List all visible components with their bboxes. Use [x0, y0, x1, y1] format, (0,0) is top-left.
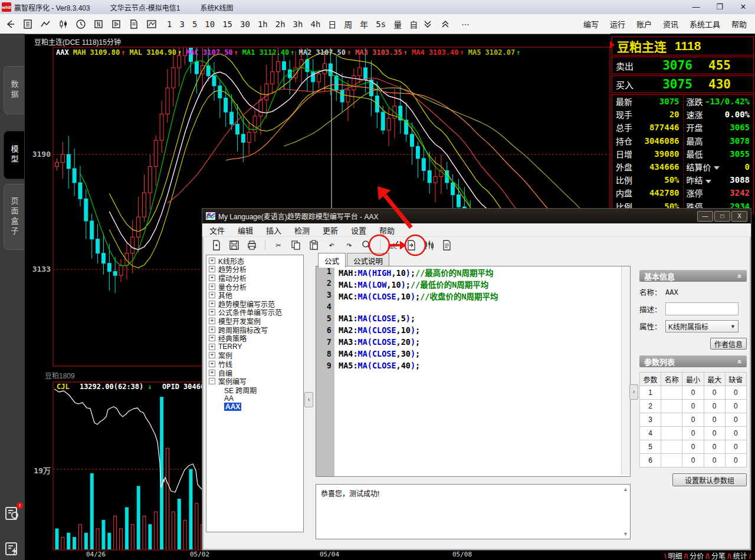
period-button-10[interactable]: 10 — [205, 19, 215, 29]
sidebar-tab-data[interactable]: 数据 — [4, 66, 24, 114]
param-row[interactable]: 4000 — [640, 427, 747, 440]
bottom-tab-分笔[interactable]: 分笔 — [711, 552, 726, 560]
back-icon[interactable] — [2, 18, 18, 30]
collapse-icon[interactable]: - — [209, 378, 215, 384]
expand-icon[interactable]: + — [209, 309, 215, 315]
expand-icon[interactable]: + — [209, 301, 215, 307]
bottom-tab-分价[interactable]: 分价 — [690, 552, 704, 560]
expand-icon[interactable]: + — [209, 370, 215, 376]
tab-formula[interactable]: 公式 — [318, 253, 346, 268]
formula-doc-icon[interactable] — [441, 239, 452, 251]
close-button[interactable]: ✕ — [731, 1, 755, 14]
expand-icon[interactable]: + — [209, 344, 215, 350]
expand-icon[interactable]: + — [209, 335, 215, 341]
check-formula-icon[interactable]: abc — [388, 239, 399, 251]
expand-icon[interactable]: + — [209, 318, 215, 324]
param-row[interactable]: 3000 — [640, 413, 747, 427]
expand-icon[interactable]: + — [209, 352, 215, 358]
editor-scrollbar[interactable] — [621, 266, 629, 475]
param-row[interactable]: 6000 — [640, 454, 747, 467]
code-line[interactable]: 8MA4:MA(CLOSE,30); — [316, 349, 630, 361]
doc-icon[interactable] — [126, 18, 142, 30]
period-button-4h[interactable]: 4h — [310, 19, 320, 29]
tree-item[interactable]: +其他 — [206, 291, 303, 299]
period-button-年[interactable]: 年 — [360, 18, 368, 30]
code-line[interactable]: 6MA2:MA(CLOSE,10); — [316, 325, 630, 337]
dialog-menu-插入[interactable]: 插入 — [266, 225, 281, 236]
period-button-3[interactable]: 3 — [179, 19, 184, 29]
expand-icon[interactable]: + — [209, 327, 215, 333]
code-line[interactable]: 9MA5:MA(CLOSE,40); — [316, 361, 630, 373]
period-button-30[interactable]: 30 — [240, 19, 250, 29]
code-line[interactable]: 7MA3:MA(CLOSE,20); — [316, 337, 630, 349]
print-icon[interactable] — [246, 239, 258, 251]
param-row[interactable]: 1000 — [640, 386, 747, 400]
panel-collapse-button[interactable]: › — [629, 384, 638, 400]
more-button[interactable]: ⋯ — [461, 19, 471, 29]
dialog-menu-帮助[interactable]: 帮助 — [379, 225, 395, 236]
menu-资讯[interactable]: 资讯 — [663, 18, 678, 29]
param-row[interactable]: 2000 — [640, 400, 747, 413]
tree-item[interactable]: +自编 — [206, 368, 303, 377]
tree-item[interactable]: +量仓分析 — [206, 282, 303, 291]
menu-编写[interactable]: 编写 — [583, 18, 599, 29]
chevron-down-icon[interactable] — [705, 180, 711, 183]
dialog-menu-文件[interactable]: 文件 — [209, 225, 225, 236]
expand-icon[interactable]: + — [209, 275, 215, 281]
undo-icon[interactable]: ↶ — [326, 239, 337, 251]
restore-button[interactable]: ❐ — [708, 1, 731, 14]
menu-账户[interactable]: 账户 — [636, 18, 652, 29]
model-log-icon[interactable]: ! — [4, 505, 21, 522]
period-button-周[interactable]: 周 — [344, 18, 352, 30]
ask-row[interactable]: 卖出 3076 455 — [612, 57, 753, 74]
period-button-2h[interactable]: 2h — [275, 19, 285, 29]
indicator-edit-icon[interactable] — [423, 239, 435, 251]
sidebar-tab-model[interactable]: 模型 — [4, 131, 24, 179]
tree-item[interactable]: +摆动分析 — [206, 274, 303, 282]
scroll-down-icon[interactable]: ▼ — [623, 531, 628, 537]
scroll-up-icon[interactable]: ▲ — [623, 486, 628, 492]
period-button-自[interactable]: 自 — [409, 18, 418, 30]
search-icon[interactable] — [361, 239, 373, 251]
double-chevron-down-icon[interactable] — [420, 18, 435, 30]
expand-icon[interactable]: + — [209, 284, 215, 290]
dialog-title-bar[interactable]: My Language(麦语言)趋势跟踪模型编写平台 - AAX — □ X — [202, 209, 751, 223]
bid-row[interactable]: 买入 3075 430 — [612, 76, 753, 93]
period-button-1[interactable]: 1 — [167, 19, 172, 29]
menu-系统工具[interactable]: 系统工具 — [690, 18, 720, 29]
import-icon[interactable] — [405, 239, 417, 251]
param-row[interactable]: 5000 — [640, 440, 747, 454]
curve-icon[interactable] — [144, 18, 159, 30]
tree-item[interactable]: +趋势模型编写示范 — [206, 299, 303, 308]
minimize-button[interactable]: — — [684, 1, 708, 14]
period-button-5s[interactable]: 5s — [376, 19, 386, 29]
double-chevron-up-icon[interactable] — [438, 18, 453, 30]
tree-item[interactable]: AAX — [206, 403, 303, 411]
tree-item[interactable]: +模型开发案例 — [206, 317, 303, 325]
dialog-menu-检测[interactable]: 检测 — [294, 225, 310, 236]
code-line[interactable]: 4 — [316, 302, 630, 314]
period-button-15[interactable]: 15 — [222, 19, 232, 29]
chevron-down-icon[interactable] — [714, 166, 720, 170]
tree-item[interactable]: +公式条件单编写示范 — [206, 308, 303, 317]
bottom-tab-统计[interactable]: 统计 — [733, 552, 747, 560]
code-line[interactable]: 2MAL:MA(LOW,10);//最低价的N周期平均 — [316, 278, 630, 290]
bottom-tab-明细[interactable]: 明细 — [668, 552, 682, 560]
expand-icon[interactable]: + — [209, 292, 215, 298]
save-icon[interactable] — [228, 239, 240, 251]
cut-icon[interactable]: ✂ — [273, 239, 284, 251]
tree-item[interactable]: SE 跨周期 — [206, 386, 303, 394]
author-info-button[interactable]: 作者信息 — [710, 338, 747, 350]
tree-item[interactable]: +竹线 — [206, 360, 303, 368]
code-editor[interactable]: 1MAH:MA(HIGH,10);//最高价的N周期平均2MAL:MA(LOW,… — [316, 266, 631, 477]
play-icon[interactable] — [109, 18, 124, 30]
news-icon[interactable]: N — [91, 18, 106, 30]
dialog-menu-设置[interactable]: 设置 — [351, 225, 366, 236]
dialog-close-button[interactable]: X — [731, 211, 747, 222]
tree-item[interactable]: +趋势分析 — [206, 265, 303, 274]
report-icon[interactable] — [20, 18, 35, 30]
tree-item[interactable]: +跨周期指标改写 — [206, 325, 303, 334]
tree-collapse-button[interactable]: ‹ — [304, 392, 313, 407]
dialog-maximize-button[interactable]: □ — [714, 211, 730, 222]
default-params-button[interactable]: 设置默认参数组 — [672, 473, 747, 486]
